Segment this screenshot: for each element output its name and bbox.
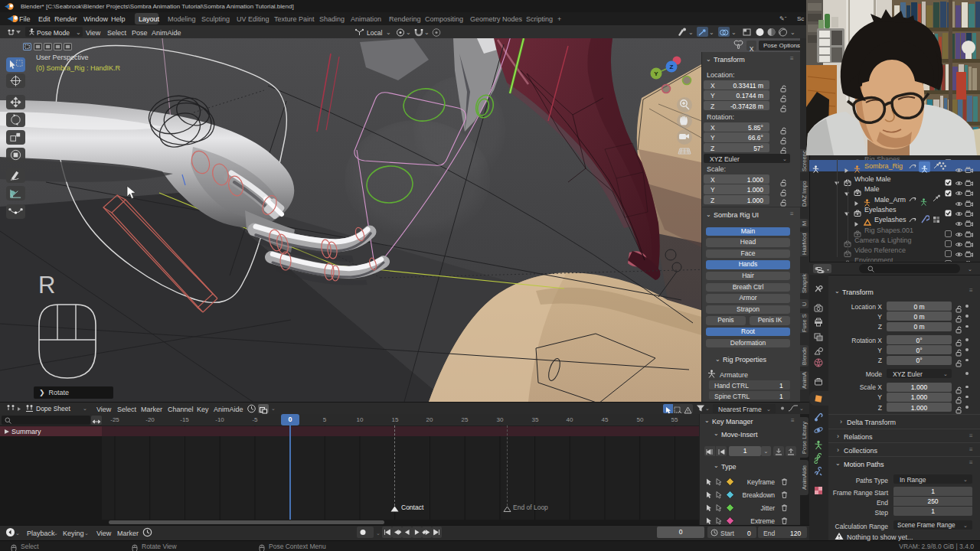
svg-text:Z: Z	[670, 64, 674, 70]
svg-text:Y: Y	[654, 70, 658, 77]
